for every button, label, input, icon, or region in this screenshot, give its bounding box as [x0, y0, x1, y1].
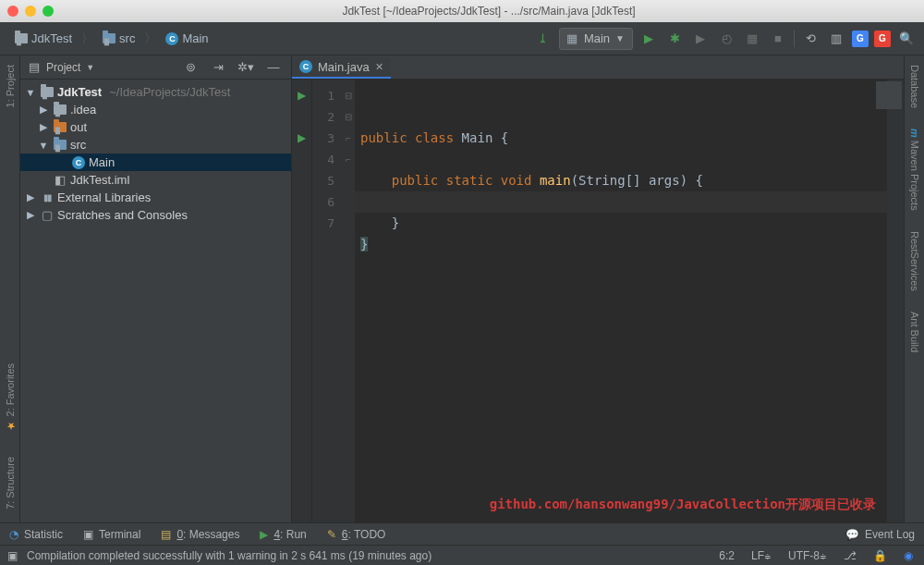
profile-button[interactable]: ◴ [716, 29, 736, 49]
folder-icon [54, 140, 67, 150]
editor-tabs: Main.java ✕ [292, 55, 904, 80]
tree-item-external-libraries[interactable]: ▶ External Libraries [20, 189, 291, 206]
window-title: JdkTest [~/IdeaProjects/JdkTest] - .../s… [61, 5, 917, 18]
run-config-label: Main [584, 31, 610, 45]
google-plus-icon[interactable]: G [874, 31, 891, 47]
read-only-toggle[interactable]: 🔒 [869, 549, 891, 562]
ant-tool-tab[interactable]: Ant Build [909, 308, 920, 356]
breadcrumb-main[interactable]: Main [158, 28, 215, 49]
project-panel: ▤ Project ▼ ⊚ ⇥ ✲▾ — ▼ JdkTest ~/IdeaPro… [20, 55, 292, 522]
tool-windows-button[interactable]: ▣ [7, 549, 18, 562]
tree-label: Main [89, 155, 115, 169]
library-icon [41, 191, 54, 204]
tree-item-src[interactable]: ▼ src [20, 136, 291, 154]
event-log-tab[interactable]: 💬Event Log [845, 528, 915, 541]
google-translate-icon[interactable]: G [852, 31, 869, 47]
folder-icon [41, 87, 54, 97]
rest-tool-tab[interactable]: RestServices [909, 227, 920, 295]
application-icon: ▦ [565, 32, 578, 45]
maven-tool-tab[interactable]: m Maven Projects [909, 125, 920, 215]
file-encoding[interactable]: UTF-8≑ [784, 549, 831, 562]
breadcrumb-project[interactable]: JdkTest [7, 28, 79, 49]
line-separator[interactable]: LF≑ [748, 549, 775, 562]
statistic-tab[interactable]: ◔Statistic [9, 528, 63, 541]
database-tool-tab[interactable]: Database [909, 61, 920, 112]
tree-root[interactable]: ▼ JdkTest ~/IdeaProjects/JdkTest [20, 83, 291, 101]
terminal-tab[interactable]: ▣Terminal [83, 528, 140, 541]
status-bar: ▣ Compilation completed successfully wit… [0, 545, 924, 565]
chrome-icon[interactable]: ◉ [900, 549, 917, 562]
structure-tool-tab[interactable]: 7: Structure [5, 453, 16, 513]
vcs-update-button[interactable]: ⟲ [800, 29, 821, 49]
minimize-window-button[interactable] [25, 6, 36, 17]
build-button[interactable]: ⤓ [533, 29, 553, 49]
messages-tab[interactable]: ▤0: Messages [161, 528, 239, 541]
run-button[interactable]: ▶ [638, 29, 659, 49]
scratch-icon [41, 209, 54, 222]
expand-arrow-icon[interactable]: ▶ [24, 191, 37, 203]
favorites-tool-tab[interactable]: ★ 2: Favorites [4, 360, 16, 436]
code-editor[interactable]: ▶ ▶ 1234567 ⊟⊟⌐⌐ public class Main { pub… [292, 80, 904, 522]
error-stripe[interactable]: ✓ [887, 80, 904, 522]
expand-arrow-icon[interactable]: ▼ [24, 87, 37, 98]
attach-button[interactable]: ▦ [742, 29, 762, 49]
expand-arrow-icon[interactable]: ▶ [37, 121, 50, 133]
separator [794, 31, 795, 47]
breadcrumb-src[interactable]: src [95, 28, 142, 49]
close-tab-button[interactable]: ✕ [375, 61, 383, 73]
zoom-window-button[interactable] [43, 6, 54, 17]
folder-icon [15, 33, 28, 43]
right-tool-stripe: Database m Maven Projects RestServices A… [904, 55, 924, 522]
navigation-bar: JdkTest 〉 src 〉 Main ⤓ ▦ Main ▼ ▶ ✱ ▶ ◴ … [0, 22, 924, 55]
stop-button[interactable]: ■ [768, 29, 788, 49]
tree-label: External Libraries [57, 190, 151, 204]
breadcrumb-label: src [119, 31, 135, 45]
project-panel-header: ▤ Project ▼ ⊚ ⇥ ✲▾ — [20, 55, 291, 80]
tree-label: JdkTest [57, 85, 102, 99]
project-tool-tab[interactable]: 1: Project [5, 61, 16, 111]
folder-icon [54, 122, 67, 132]
run-tab[interactable]: ▶4: Run [260, 528, 306, 541]
left-tool-stripe: 1: Project ★ 2: Favorites 7: Structure [0, 55, 20, 522]
debug-button[interactable]: ✱ [664, 29, 685, 49]
run-coverage-button[interactable]: ▶ [690, 29, 711, 49]
tree-item-out[interactable]: ▶ out [20, 118, 291, 136]
run-configuration-selector[interactable]: ▦ Main ▼ [559, 28, 633, 50]
tree-label: out [70, 120, 87, 134]
search-everywhere-button[interactable]: 🔍 [896, 29, 917, 49]
breadcrumb-label: Main [182, 31, 208, 45]
java-class-icon [299, 60, 312, 73]
chevron-down-icon[interactable]: ▼ [86, 63, 94, 72]
run-gutter[interactable]: ▶ ▶ [292, 80, 312, 522]
tree-item-idea[interactable]: ▶ .idea [20, 101, 291, 118]
tree-item-main[interactable]: Main [20, 154, 291, 171]
tree-label: JdkTest.iml [70, 173, 129, 187]
git-branch[interactable]: ⎇ [840, 549, 860, 562]
locate-button[interactable]: ⊚ [180, 57, 201, 78]
minimap[interactable] [876, 81, 902, 109]
chevron-right-icon: 〉 [81, 31, 93, 47]
tree-label: .idea [70, 103, 96, 117]
bottom-tool-tabs: ◔Statistic ▣Terminal ▤0: Messages ▶4: Ru… [0, 522, 924, 545]
settings-button[interactable]: ✲▾ [236, 57, 256, 78]
cursor-position[interactable]: 6:2 [715, 549, 738, 562]
project-panel-title: Project [46, 61, 80, 74]
expand-arrow-icon[interactable]: ▼ [37, 140, 50, 151]
code-content[interactable]: public class Main { public static void m… [355, 80, 887, 522]
expand-arrow-icon[interactable]: ▶ [37, 104, 50, 116]
editor-tab-main[interactable]: Main.java ✕ [292, 56, 391, 79]
close-window-button[interactable] [7, 6, 18, 17]
tree-item-iml[interactable]: JdkTest.iml [20, 171, 291, 189]
collapse-all-button[interactable]: ⇥ [208, 57, 228, 78]
tree-item-scratches[interactable]: ▶ Scratches and Consoles [20, 206, 291, 224]
tab-label: Main.java [318, 60, 370, 74]
status-message: Compilation completed successfully with … [27, 549, 706, 562]
chevron-down-icon: ▼ [615, 33, 625, 43]
expand-arrow-icon[interactable]: ▶ [24, 209, 37, 221]
fold-gutter[interactable]: ⊟⊟⌐⌐ [342, 80, 355, 522]
line-number-gutter[interactable]: 1234567 [312, 80, 342, 522]
project-tree[interactable]: ▼ JdkTest ~/IdeaProjects/JdkTest ▶ .idea… [20, 80, 291, 522]
project-structure-button[interactable]: ▥ [826, 29, 846, 49]
todo-tab[interactable]: ✎6: TODO [327, 528, 386, 541]
hide-panel-button[interactable]: — [263, 57, 284, 78]
